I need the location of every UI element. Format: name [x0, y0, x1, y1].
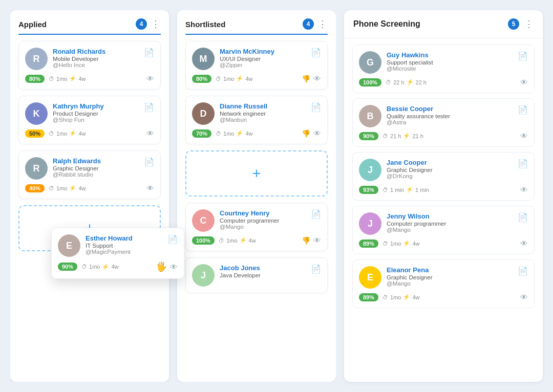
panel-name-jenny[interactable]: Jenny Wilson: [387, 212, 513, 220]
panel-eye-guy[interactable]: 👁: [520, 78, 528, 86]
panel-card-jane: J Jane Cooper Graphic Designer @DrKong 📄…: [352, 152, 535, 201]
eye-courtney[interactable]: 👁: [313, 236, 321, 245]
panel-name-jane[interactable]: Jane Cooper: [387, 159, 513, 166]
panel-meta-bessie: ⏱ 21 h ⚡ 21 h: [382, 133, 516, 139]
panel-doc-bessie[interactable]: 📄: [518, 105, 528, 115]
eye-ronald[interactable]: 👁: [146, 74, 154, 83]
panel-info-eleanor: Eleanor Pena Graphic Designer @Mango: [387, 266, 513, 287]
doc-icon-dianne[interactable]: 📄: [311, 102, 321, 112]
panel-doc-jenny[interactable]: 📄: [518, 212, 528, 222]
energy-dianne: 4w: [245, 130, 252, 137]
card-top-ronald: R Ronald Richards Mobile Developer @Hell…: [25, 48, 154, 70]
eye-marvin[interactable]: 👁: [313, 74, 321, 83]
avatar-ralph: R: [25, 157, 48, 180]
time-courtney: 1mo: [226, 237, 237, 244]
name-ronald[interactable]: Ronald Richards: [53, 48, 139, 55]
footer-marvin: 80% ⏱ 1mo ⚡ 4w 👎 👁: [192, 74, 321, 83]
doc-icon-esther[interactable]: 📄: [167, 234, 178, 244]
name-marvin[interactable]: Marvin McKinney: [220, 48, 306, 55]
card-marvin: M Marvin McKinney UX/UI Designer @Zipper…: [185, 41, 328, 90]
panel-eye-bessie[interactable]: 👁: [520, 132, 528, 140]
avatar-kathryn: K: [25, 102, 48, 125]
company-courtney: @Mango: [220, 224, 306, 230]
avatar-dianne: D: [192, 102, 215, 125]
panel-top-bessie: B Bessie Cooper Quality assurance tester…: [359, 105, 528, 127]
doc-icon-courtney[interactable]: 📄: [311, 209, 321, 219]
column-menu-applied[interactable]: ⋮: [151, 18, 161, 30]
add-card-shortlisted[interactable]: +: [185, 150, 328, 197]
eye-kathryn[interactable]: 👁: [146, 129, 154, 138]
name-dianne[interactable]: Dianne Russell: [220, 102, 306, 110]
panel-meta-jenny: ⏱ 1mo ⚡ 4w: [382, 240, 516, 247]
thumbdown-courtney[interactable]: 👎: [302, 236, 310, 245]
footer-dianne: 70% ⏱ 1mo ⚡ 4w 👎 👁: [192, 129, 321, 138]
panel-eye-eleanor[interactable]: 👁: [520, 293, 528, 301]
panel-doc-jane[interactable]: 📄: [518, 159, 528, 168]
thumbdown-marvin[interactable]: 👎: [302, 75, 310, 83]
company-dianne: @Manbun: [220, 117, 306, 123]
meta-esther: ⏱ 1mo ⚡ 4w: [81, 264, 152, 270]
card-top-kathryn: K Kathryn Murphy Product Designer @Shop …: [25, 102, 154, 125]
panel-avatar-jane: J: [359, 159, 381, 181]
panel-role-jane: Graphic Designer: [387, 167, 513, 173]
panel-name-bessie[interactable]: Bessie Cooper: [387, 105, 513, 113]
time-ronald: 1mo: [56, 76, 67, 82]
avatar-courtney: C: [192, 209, 215, 232]
panel-eye-jenny[interactable]: 👁: [520, 239, 528, 248]
panel-role-jenny: Computer programmer: [387, 221, 513, 227]
panel-meta-jane: ⏱ 1 min ⚡ 1 min: [382, 186, 516, 193]
panel-time-bessie: 21 h: [390, 133, 401, 139]
panel-footer-jane: 93% ⏱ 1 min ⚡ 1 min 👁: [359, 185, 528, 194]
panel-energy-eleanor: 4w: [412, 294, 419, 300]
name-jacob[interactable]: Jacob Jones: [220, 264, 306, 272]
energy-courtney: 4w: [249, 237, 256, 244]
panel-badge: 5: [508, 18, 519, 30]
bolt-ronald: ⚡: [69, 75, 76, 82]
panel-avatar-eleanor: E: [359, 266, 381, 289]
panel-header-right: 5 ⋮: [508, 18, 534, 30]
panel-eye-jane[interactable]: 👁: [520, 185, 528, 194]
panel-doc-guy[interactable]: 📄: [518, 51, 528, 61]
panel-doc-eleanor[interactable]: 📄: [518, 266, 528, 276]
panel-name-eleanor[interactable]: Eleanor Pena: [387, 266, 513, 274]
doc-icon-ralph[interactable]: 📄: [144, 157, 154, 167]
doc-icon-jacob[interactable]: 📄: [311, 264, 321, 274]
panel-card-eleanor: E Eleanor Pena Graphic Designer @Mango 📄…: [352, 259, 535, 308]
name-courtney[interactable]: Courtney Henry: [220, 209, 306, 217]
info-courtney: Courtney Henry Computer programmer @Mang…: [220, 209, 306, 230]
panel-company-jenny: @Mango: [387, 227, 513, 233]
panel-title: Phone Screening: [353, 19, 420, 29]
column-badge-shortlisted: 4: [303, 18, 314, 30]
name-ralph[interactable]: Ralph Edwards: [53, 157, 139, 165]
name-esther[interactable]: Esther Howard: [86, 234, 162, 242]
eye-esther[interactable]: 👁: [170, 263, 178, 271]
time-dianne: 1mo: [223, 130, 234, 137]
panel-score-guy: 100%: [359, 78, 381, 86]
name-kathryn[interactable]: Kathryn Murphy: [53, 102, 139, 110]
panel-avatar-bessie: B: [359, 105, 381, 127]
panel-top-eleanor: E Eleanor Pena Graphic Designer @Mango 📄: [359, 266, 528, 289]
panel-name-guy[interactable]: Guy Hawkins: [387, 51, 513, 59]
column-menu-shortlisted[interactable]: ⋮: [318, 18, 328, 30]
column-header-shortlisted: Shortlisted 4 ⋮: [185, 18, 328, 35]
eye-ralph[interactable]: 👁: [146, 184, 154, 192]
info-ralph: Ralph Edwards Graphic Designer @Rabbit s…: [53, 157, 139, 178]
column-title-applied: Applied: [18, 20, 47, 29]
panel-avatar-jenny: J: [359, 212, 381, 235]
footer-courtney: 100% ⏱ 1mo ⚡ 4w 👎 👁: [192, 236, 321, 245]
add-icon-shortlisted: +: [252, 165, 261, 182]
eye-dianne[interactable]: 👁: [313, 129, 321, 138]
company-kathryn: @Shop Fun: [53, 117, 139, 123]
panel-score-eleanor: 89%: [359, 293, 378, 301]
role-courtney: Computer programmer: [220, 217, 306, 224]
panel-company-bessie: @Astra: [387, 119, 513, 125]
doc-icon-kathryn[interactable]: 📄: [144, 102, 154, 112]
actions-ralph: 👁: [146, 184, 154, 192]
thumbdown-dianne[interactable]: 👎: [302, 129, 310, 138]
doc-icon-marvin[interactable]: 📄: [311, 48, 321, 57]
panel-avatar-guy: G: [359, 51, 381, 74]
energy-kathryn: 4w: [78, 130, 86, 137]
panel-menu[interactable]: ⋮: [524, 18, 534, 30]
company-ronald: @Hello Ince: [53, 62, 139, 68]
doc-icon-ronald[interactable]: 📄: [144, 48, 154, 57]
